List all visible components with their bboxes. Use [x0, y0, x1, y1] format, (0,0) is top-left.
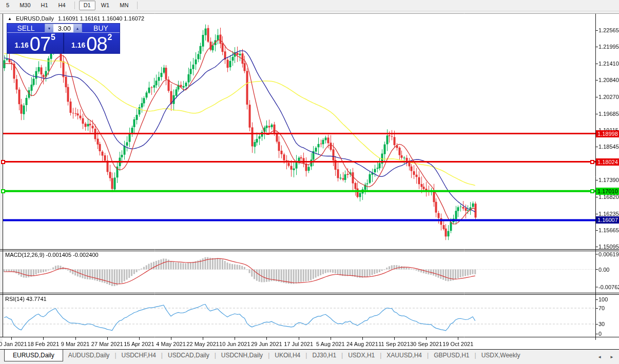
- chart-tab-USDCNH-Daily[interactable]: USDCNH,Daily: [216, 350, 268, 361]
- hline-drag-handle[interactable]: [590, 160, 594, 164]
- chart-widget: ▲ EURUSD,Daily 1.16091 1.16161 1.16040 1…: [0, 13, 619, 349]
- hline-price-tag: 1.18998: [596, 130, 619, 137]
- time-axis-label: 27 Mar 2021: [91, 341, 123, 347]
- chart-tab-EURUSD-Daily[interactable]: EURUSD,Daily: [4, 350, 63, 361]
- price-axis-label: 1.21995: [598, 44, 619, 50]
- sell-price-big-digits: 07: [30, 37, 50, 52]
- terminal-window: { "toolbar": { "periods": ["5", "M30", "…: [0, 0, 619, 364]
- time-axis-label: 17 Jul 2021: [284, 341, 313, 347]
- price-axis-label: 1.20270: [598, 94, 619, 100]
- period-button-M30[interactable]: M30: [15, 1, 35, 10]
- chart-tab-USDX-H1[interactable]: USDX,H1: [343, 350, 380, 361]
- period-button-H4[interactable]: H4: [54, 1, 70, 10]
- time-axis-label: 15 Apr 2021: [124, 341, 154, 347]
- hline-drag-handle[interactable]: [1, 189, 5, 193]
- hline-price-tag: 1.16007: [596, 216, 619, 224]
- time-axis-label: 11 Sep 2021: [378, 341, 410, 347]
- tab-scroll-arrows: ◄ ►: [597, 355, 614, 359]
- macd-axis-label: 0.00: [598, 267, 609, 273]
- price-axis-label: 1.17390: [598, 177, 619, 183]
- toolbar-separator: [137, 2, 138, 9]
- volume-spinner: ▼ ▲: [45, 24, 82, 33]
- buy-price-prefix: 1.16: [71, 41, 85, 49]
- time-axis-label: 10 Jun 2021: [219, 341, 250, 347]
- rsi-indicator-label: RSI(14) 43.7741: [5, 296, 47, 302]
- chart-symbol-label: EURUSD,Daily: [16, 15, 54, 22]
- macd-axis-label: -0.00762: [598, 284, 619, 290]
- rsi-axis-label: 100: [598, 296, 608, 302]
- time-axis-label: 18 Feb 2021: [28, 341, 60, 347]
- volume-increase-button[interactable]: ▲: [73, 24, 82, 32]
- time-axis-label: 22 May 2021: [186, 341, 219, 347]
- spinner-up-icon: ▲: [76, 27, 80, 30]
- chart-tab-AUDUSD-Daily[interactable]: AUDUSD,Daily: [63, 350, 115, 361]
- buy-button[interactable]: BUY: [82, 24, 120, 33]
- price-chart-canvas[interactable]: [0, 13, 619, 341]
- volume-decrease-button[interactable]: ▼: [45, 24, 53, 32]
- time-axis-label: 30 Sep 2021: [410, 341, 442, 347]
- chart-tab-bar: EURUSD,DailyAUDUSD,Daily|USDCHF,H4|USDCA…: [0, 349, 619, 364]
- rsi-axis-label: 30: [598, 321, 605, 327]
- price-axis-label: 1.20840: [598, 77, 619, 83]
- toolbar-separator: [74, 2, 75, 9]
- hline-price-tag: 1.17010: [596, 188, 619, 195]
- chart-tab-UKOil-H4[interactable]: UKOil,H4: [269, 350, 305, 361]
- sell-price-prefix: 1.16: [15, 41, 29, 49]
- price-axis-label: 1.21410: [598, 60, 619, 67]
- macd-indicator-label: MACD(12,26,9) -0.001405 -0.002400: [5, 252, 99, 258]
- time-axis-label: 9 Mar 2021: [61, 341, 90, 347]
- time-axis-label: 4 May 2021: [156, 341, 185, 347]
- tabs-scroll-right-icon[interactable]: ►: [610, 355, 614, 359]
- macd-axis-label: 0.006193: [598, 251, 619, 257]
- buy-price-pip-digit: 2: [108, 33, 112, 42]
- buy-price[interactable]: 1.16 08 2: [64, 33, 120, 53]
- chart-tab-DJ30-H1[interactable]: DJ30,H1: [307, 350, 341, 361]
- collapse-panel-icon[interactable]: ▲: [8, 16, 12, 21]
- chart-header: ▲ EURUSD,Daily 1.16091 1.16161 1.16040 1…: [8, 15, 144, 22]
- sell-price[interactable]: 1.16 07 5: [7, 33, 64, 53]
- time-axis-label: 19 Oct 2021: [442, 341, 473, 347]
- price-axis-label: 1.15095: [598, 244, 619, 250]
- price-axis-label: 1.15665: [598, 227, 619, 233]
- chart-tab-USDCAD-Daily[interactable]: USDCAD,Daily: [163, 350, 215, 361]
- chart-ohlc-values: 1.16091 1.16161 1.16040 1.16072: [58, 15, 144, 22]
- hline-price-tag: 1.18024: [596, 158, 619, 166]
- hline-drag-handle[interactable]: [1, 160, 5, 164]
- period-toolbar: 5M30H1H4D1W1MN: [0, 0, 619, 11]
- volume-input[interactable]: [53, 24, 73, 32]
- chart-tab-USDCHF-H4[interactable]: USDCHF,H4: [117, 350, 161, 361]
- tabs-scroll-left-icon[interactable]: ◄: [597, 355, 602, 359]
- period-button-H1[interactable]: H1: [36, 1, 53, 10]
- period-button-5[interactable]: 5: [2, 1, 14, 10]
- hline-drag-handle[interactable]: [590, 189, 594, 193]
- price-axis-label: 1.22565: [598, 27, 619, 33]
- time-axis-label: 29 Jun 2021: [251, 341, 282, 347]
- price-axis-label: 1.16235: [598, 211, 619, 217]
- trade-prices-row: 1.16 07 5 1.16 08 2: [7, 33, 120, 53]
- chart-tab-XAUUSD-H4[interactable]: XAUUSD,H4: [381, 350, 427, 361]
- time-axis-label: 5 Aug 2021: [316, 341, 345, 347]
- spinner-down-icon: ▼: [48, 27, 51, 30]
- buy-price-big-digits: 08: [86, 37, 107, 52]
- rsi-axis-label: 70: [598, 305, 605, 311]
- trade-buttons-row: SELL ▼ ▲ BUY: [7, 24, 120, 33]
- time-axis-label: 30 Jan 2021: [0, 341, 27, 347]
- period-button-W1[interactable]: W1: [96, 1, 114, 10]
- period-button-D1[interactable]: D1: [79, 1, 95, 10]
- one-click-trading-panel: SELL ▼ ▲ BUY 1.16 07 5 1.16 08 2: [7, 24, 120, 53]
- price-axis-label: 1.18545: [598, 144, 619, 150]
- price-axis-label: 1.19685: [598, 111, 619, 117]
- period-button-MN[interactable]: MN: [115, 1, 133, 10]
- chart-tab-GBPUSD-H1[interactable]: GBPUSD,H1: [429, 350, 474, 361]
- time-axis-label: 24 Aug 2021: [346, 341, 378, 347]
- sell-price-pip-digit: 5: [51, 33, 55, 42]
- sell-button[interactable]: SELL: [7, 24, 45, 33]
- chart-tab-USDX-Weekly[interactable]: USDX,Weekly: [476, 350, 526, 361]
- rsi-axis-label: 0: [598, 331, 602, 337]
